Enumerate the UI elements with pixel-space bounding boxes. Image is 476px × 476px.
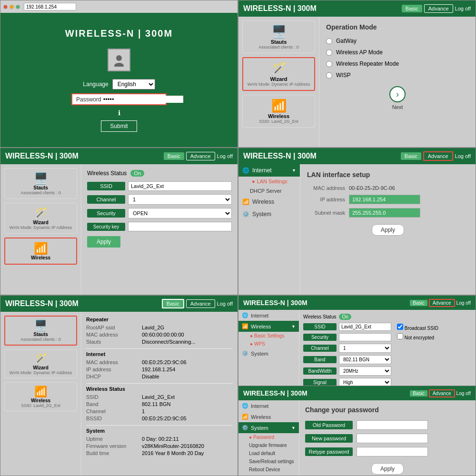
sys-exp-pw[interactable]: ⚙️ System ▼ <box>238 422 299 433</box>
old-pwd-inp[interactable] <box>357 420 428 430</box>
apply-btn-pw[interactable]: Apply <box>371 463 404 475</box>
system-item-lan[interactable]: ⚙️ System <box>238 208 300 220</box>
pwd-sub-pw[interactable]: ●Password <box>238 433 299 441</box>
sig-sel-wa[interactable]: High <box>339 378 391 386</box>
nav-wireless-op[interactable]: 📶 Wireless SSID: Lavid_2G_Ext <box>242 95 315 128</box>
ws-toggle-wa[interactable]: On <box>339 314 351 320</box>
info-icon-login: ℹ <box>118 109 120 117</box>
wl-exp-wa[interactable]: 📶 Wireless ▼ <box>238 321 299 332</box>
opt-gateway[interactable]: GatWay <box>326 38 469 44</box>
lang-dropdown[interactable]: English <box>112 79 155 89</box>
url-text-2: 192.168.1.254 <box>26 4 57 10</box>
login-avatar <box>108 49 130 71</box>
save-sub-pw[interactable]: Save/Reload settings <box>238 457 299 466</box>
basic-st[interactable]: Basic <box>162 299 184 308</box>
ss-wb: Associated clients : 0 <box>8 190 73 195</box>
band-sel-wa[interactable]: 802.11 BGN <box>339 355 391 364</box>
int-item-wa[interactable]: 🌐 Internet <box>238 310 299 321</box>
nav-wizard-op[interactable]: 🪄 Wizard WAN Mode: Dynamic IP Address <box>242 57 315 91</box>
internet-exp-lan[interactable]: 🌐 Internet ▼ <box>238 164 300 177</box>
ws-toggle[interactable]: On <box>130 170 144 177</box>
ch-sel-wa[interactable]: 1 <box>339 344 391 353</box>
opt-ap[interactable]: Wireless AP Mode <box>326 49 469 56</box>
sys-item-wa[interactable]: ⚙️ System <box>238 348 299 359</box>
advance-wb[interactable]: Advance <box>186 152 215 160</box>
mac-val-lan: 00-E0-25-2D-9C-06 <box>349 185 395 191</box>
nav-wizard-st[interactable]: 🪄 Wizard WAN Mode: Dynamic IP Address <box>4 349 77 378</box>
submit-btn[interactable]: Submit <box>101 120 137 132</box>
min-dot[interactable] <box>10 5 14 9</box>
wl-wb: Wizard <box>8 220 73 225</box>
load-sub-pw[interactable]: Load default <box>238 449 299 457</box>
lan-sub-lan[interactable]: ●LAN Settings <box>238 177 300 186</box>
ssid-r: SSID <box>87 181 232 191</box>
pwd-field[interactable] <box>103 96 183 103</box>
logoff-pw[interactable]: Log off <box>456 391 471 396</box>
cell-br: WIRELESS-N | 300M Basic Advance Log off … <box>238 295 476 476</box>
subnet-inp-lan[interactable] <box>349 208 420 218</box>
bw-sel-wa[interactable]: 20MHz <box>339 367 391 376</box>
nav-status-st[interactable]: 🖥️ Stauts Associated clients : 0 <box>4 316 77 346</box>
opt-repeater[interactable]: Wireless Repeater Mode <box>326 60 469 67</box>
ssid-inp-wb[interactable] <box>128 181 232 191</box>
radio-gateway[interactable] <box>326 38 332 44</box>
opt-wisp[interactable]: WISP <box>326 72 469 79</box>
ip-inp-lan[interactable] <box>349 195 420 204</box>
nav-wireless-wb[interactable]: 📶 Wireless <box>4 238 77 265</box>
url-display[interactable]: 192.168.1.254 <box>24 3 76 10</box>
nav-wireless-st[interactable]: 📶 Wireless SSID: Lavid_2G_Ext <box>4 382 77 411</box>
radio-repeater[interactable] <box>326 61 332 67</box>
radio-wisp[interactable] <box>326 72 332 79</box>
wl-item-pw[interactable]: 📶 Wireless <box>238 411 299 422</box>
logoff-wa[interactable]: Log off <box>456 300 471 306</box>
basic-wa[interactable]: Basic <box>410 300 427 306</box>
bc-check-wa[interactable] <box>397 324 403 330</box>
ws-cols-wa: SSID Security Channel 1 <box>303 323 472 386</box>
sec-sel-wb[interactable]: OPEN <box>128 208 232 218</box>
advance-pw[interactable]: Advance <box>429 389 455 397</box>
max-dot[interactable] <box>16 5 20 9</box>
wireless-sub-op: SSID: Lavid_2G_Ext <box>246 119 311 124</box>
brand-st: WIRELESS-N | 300M <box>5 299 79 308</box>
sys-build-st: Build time 2016 Year 8 Month 20 Day <box>86 450 233 456</box>
new-pwd-inp[interactable] <box>357 434 428 443</box>
basic-wb[interactable]: Basic <box>164 152 184 160</box>
skey-inp-wb[interactable] <box>128 222 232 231</box>
sec-inp-wa[interactable] <box>339 333 391 341</box>
nav-wizard-wb[interactable]: 🪄 Wizard WAN Mode: Dynamic IP Address <box>4 203 77 234</box>
dhcp-sub-lan[interactable]: DHCP Server <box>238 186 300 196</box>
radio-ap[interactable] <box>326 50 332 56</box>
reboot-sub-pw[interactable]: Reboot Device <box>238 466 299 474</box>
next-btn[interactable]: › <box>389 86 406 102</box>
wireless-item-lan[interactable]: 📶 Wireless <box>238 196 300 208</box>
advance-lan[interactable]: Advance <box>423 151 453 161</box>
nav-status-wb[interactable]: 🖥️ Stauts Associated clients : 0 <box>4 168 77 199</box>
logoff-lan[interactable]: Log off <box>455 153 471 159</box>
basic-pw[interactable]: Basic <box>410 390 427 397</box>
bc-label-wa[interactable]: Broadcast SSID <box>397 324 438 331</box>
close-dot[interactable] <box>3 5 8 9</box>
retype-pwd-inp[interactable] <box>357 447 428 456</box>
int-item-pw[interactable]: 🌐 Internet <box>238 400 299 411</box>
basic-sub-wa[interactable]: ●Basic Settings <box>238 332 299 340</box>
ne-check-wa[interactable] <box>397 333 403 339</box>
advance-wa[interactable]: Advance <box>429 299 455 307</box>
logoff-wb[interactable]: Log off <box>217 153 233 159</box>
basic-lan[interactable]: Basic <box>401 152 421 160</box>
apply-btn-lan[interactable]: Apply <box>372 224 404 236</box>
logoff-st[interactable]: Log off <box>217 301 233 307</box>
ch-r-wa: Channel 1 <box>303 344 391 353</box>
sys-lbl-pw: System <box>251 425 268 431</box>
basic-op[interactable]: Basic <box>402 5 422 12</box>
ssid-inp-wa[interactable] <box>339 323 391 331</box>
nav-status-op[interactable]: 🖥️ Stauts Associated clients : 0 <box>242 20 315 53</box>
advance-op[interactable]: Advance <box>424 4 453 13</box>
advance-st[interactable]: Advance <box>186 299 215 308</box>
logoff-op[interactable]: Log off <box>455 6 471 11</box>
apply-wb[interactable]: Apply <box>87 236 120 248</box>
ch-sel-wb[interactable]: 1 <box>128 194 232 205</box>
wps-sub-wa[interactable]: ●WPS <box>238 340 299 348</box>
upgrade-sub-pw[interactable]: Upgrade firmware <box>238 441 299 449</box>
ne-label-wa[interactable]: Not encrypted <box>397 333 438 340</box>
wst-ch-st: Channel 1 <box>86 408 233 414</box>
